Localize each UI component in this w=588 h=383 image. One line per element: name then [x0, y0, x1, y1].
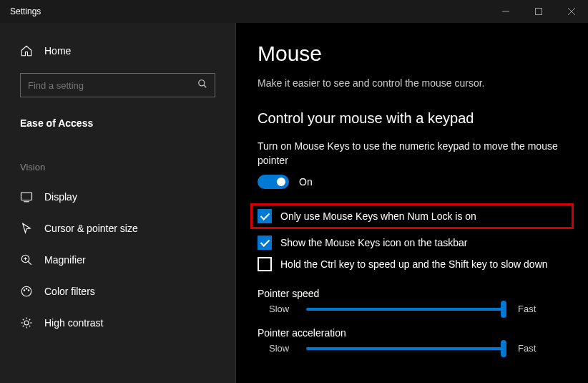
check-numlock[interactable]: Only use Mouse Keys when Num Lock is on — [250, 203, 574, 229]
nav-label: Cursor & pointer size — [44, 223, 138, 234]
section-title: Control your mouse with a keypad — [258, 110, 567, 127]
page-subtitle: Make it easier to see and control the mo… — [258, 77, 567, 89]
svg-line-23 — [23, 326, 24, 327]
svg-line-21 — [23, 319, 24, 321]
section-desc: Turn on Mouse Keys to use the numeric ke… — [258, 140, 567, 168]
pointer-accel-slider[interactable] — [306, 347, 506, 350]
slider-min: Slow — [269, 343, 295, 354]
page-title: Mouse — [258, 42, 567, 66]
category-label: Ease of Access — [0, 110, 235, 136]
nav-label: Display — [44, 191, 77, 203]
magnifier-icon — [20, 253, 33, 266]
svg-point-14 — [26, 289, 27, 290]
titlebar: Settings — [0, 0, 588, 23]
svg-point-16 — [24, 321, 29, 325]
svg-rect-1 — [536, 9, 542, 15]
slider-max: Fast — [518, 343, 544, 354]
nav-label: High contrast — [44, 317, 103, 329]
search-field[interactable] — [28, 80, 197, 91]
minimize-button[interactable] — [489, 0, 522, 23]
home-label: Home — [44, 45, 71, 57]
cursor-icon — [20, 222, 33, 235]
mouse-keys-toggle[interactable] — [258, 175, 289, 189]
home-icon — [20, 44, 33, 57]
check-ctrl-shift[interactable]: Hold the Ctrl key to speed up and the Sh… — [258, 253, 567, 275]
slider-label-accel: Pointer acceleration — [258, 327, 567, 339]
display-icon — [20, 190, 33, 203]
nav-color-filters[interactable]: Color filters — [0, 276, 235, 307]
nav-display[interactable]: Display — [0, 181, 235, 213]
nav-label: Color filters — [44, 286, 95, 297]
search-icon — [197, 79, 207, 92]
slider-min: Slow — [269, 304, 295, 314]
window-title: Settings — [10, 6, 489, 16]
home-button[interactable]: Home — [0, 37, 235, 64]
check-label: Only use Mouse Keys when Num Lock is on — [280, 210, 476, 222]
svg-point-15 — [28, 290, 29, 291]
pointer-speed-slider[interactable] — [306, 308, 506, 311]
svg-line-22 — [29, 326, 31, 327]
svg-line-5 — [204, 85, 207, 88]
nav-high-contrast[interactable]: High contrast — [0, 307, 235, 339]
search-input[interactable] — [20, 73, 215, 97]
nav-cursor[interactable]: Cursor & pointer size — [0, 213, 235, 244]
svg-rect-6 — [21, 193, 32, 200]
sidebar: Home Ease of Access Vision Display Curso… — [0, 23, 236, 383]
svg-line-24 — [29, 319, 31, 321]
slider-label-speed: Pointer speed — [258, 288, 567, 299]
contrast-icon — [20, 316, 33, 329]
svg-line-9 — [28, 261, 31, 265]
nav-label: Magnifier — [44, 254, 86, 266]
nav-magnifier[interactable]: Magnifier — [0, 244, 235, 276]
palette-icon — [20, 285, 33, 298]
checkbox-numlock[interactable] — [258, 209, 272, 223]
slider-max: Fast — [518, 304, 544, 314]
svg-point-13 — [24, 290, 25, 291]
checkbox-taskbar[interactable] — [258, 236, 272, 250]
maximize-button[interactable] — [522, 0, 555, 23]
main-panel: Mouse Make it easier to see and control … — [236, 23, 588, 383]
close-button[interactable] — [555, 0, 588, 23]
check-taskbar-icon[interactable]: Show the Mouse Keys icon on the taskbar — [258, 232, 567, 253]
toggle-state-label: On — [299, 176, 313, 188]
svg-point-4 — [199, 80, 205, 86]
check-label: Hold the Ctrl key to speed up and the Sh… — [280, 258, 548, 270]
section-header: Vision — [0, 157, 235, 177]
check-label: Show the Mouse Keys icon on the taskbar — [280, 237, 467, 248]
checkbox-ctrl-shift[interactable] — [258, 257, 272, 271]
